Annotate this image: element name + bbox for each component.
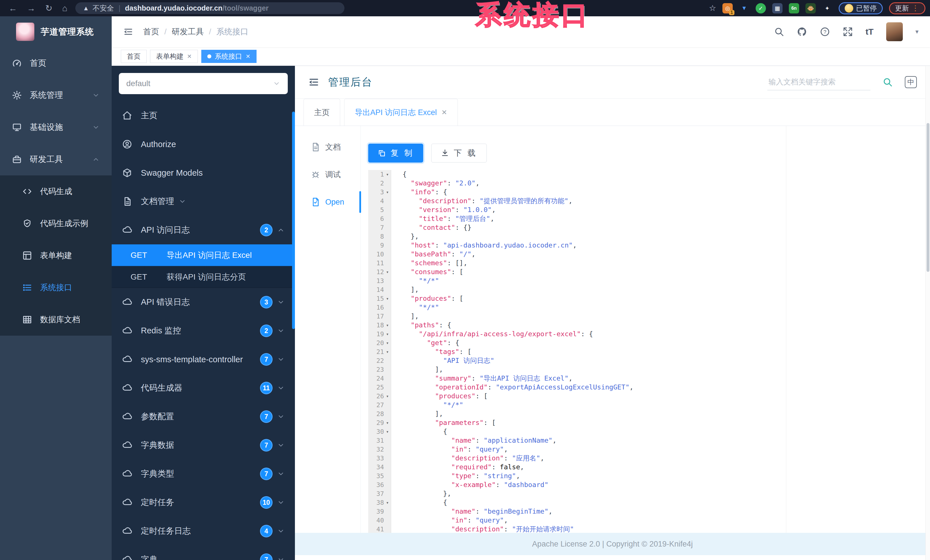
- github-icon[interactable]: [797, 27, 807, 37]
- fold-icon[interactable]: ▾: [384, 321, 391, 330]
- api-panel-item[interactable]: 文档管理: [112, 187, 295, 216]
- browser-extensions: ☆ ◎1 ▼ ✓ ▦ 6n 🐵 ✦ 已暂停 更新 ⋮: [709, 2, 925, 14]
- api-panel-item[interactable]: 字典7: [112, 545, 295, 560]
- extension-star-icon[interactable]: ✦: [822, 3, 832, 14]
- extension-grid-icon[interactable]: ▦: [772, 3, 782, 14]
- download-button[interactable]: 下 载: [431, 144, 487, 163]
- api-panel-item[interactable]: 参数配置7: [112, 402, 295, 431]
- api-panel-item[interactable]: 字典数据7: [112, 431, 295, 460]
- extension-check-icon[interactable]: ✓: [756, 3, 766, 14]
- sidebar-item[interactable]: 首页: [0, 47, 112, 79]
- browser-chrome: ← → ↻ ⌂ ▲ 不安全 | dashboard.yudao.iocoder.…: [0, 0, 930, 16]
- browser-menu-icon[interactable]: ⋮: [912, 4, 919, 12]
- api-panel-item[interactable]: 主页: [112, 101, 295, 130]
- fullscreen-icon[interactable]: [843, 27, 853, 37]
- api-operation[interactable]: GET获得API 访问日志分页: [112, 266, 295, 288]
- api-panel-item[interactable]: sys-sms-template-controller7: [112, 345, 295, 374]
- doc-title: 管理后台: [328, 75, 373, 89]
- fold-icon[interactable]: ▾: [384, 347, 391, 356]
- doc-tab[interactable]: 主页: [303, 99, 340, 126]
- font-size-icon[interactable]: tT: [865, 27, 874, 37]
- scrollbar-thumb[interactable]: [927, 123, 929, 272]
- sidebar-item[interactable]: 基础设施: [0, 111, 112, 143]
- api-panel-item[interactable]: 代码生成器11: [112, 374, 295, 402]
- paused-pill[interactable]: 已暂停: [839, 2, 883, 14]
- doc-side-item[interactable]: 文档: [295, 133, 360, 161]
- home-icon[interactable]: ⌂: [62, 3, 67, 13]
- extension-pin-icon[interactable]: ▼: [739, 3, 749, 14]
- extension-6n-icon[interactable]: 6n: [789, 3, 799, 14]
- api-panel-item[interactable]: 定时任务日志4: [112, 517, 295, 545]
- doc-side-item[interactable]: 调试: [295, 161, 360, 188]
- reload-icon[interactable]: ↻: [45, 3, 52, 13]
- doc-search-input[interactable]: 输入文档关键字搜索: [767, 74, 870, 91]
- bookmark-star-icon[interactable]: ☆: [709, 3, 716, 13]
- language-toggle[interactable]: 中: [905, 76, 917, 88]
- api-panel-item[interactable]: Redis 监控2: [112, 316, 295, 345]
- doc-tab[interactable]: 导出API 访问日志 Excel✕: [344, 99, 458, 126]
- code-editor[interactable]: 1▾{2 "swagger": "2.0",3▾ "info": {4 "des…: [368, 170, 930, 533]
- close-icon[interactable]: ✕: [187, 53, 192, 60]
- fold-icon[interactable]: ▾: [384, 170, 391, 179]
- footer: Apache License 2.0 | Copyright © 2019-Kn…: [295, 533, 930, 555]
- home-icon: [122, 110, 141, 121]
- page-scrollbar[interactable]: [925, 66, 930, 560]
- count-badge: 10: [260, 496, 273, 509]
- address-bar[interactable]: ▲ 不安全 | dashboard.yudao.iocoder.cn /tool…: [75, 2, 345, 14]
- api-panel-item[interactable]: Swagger Models: [112, 158, 295, 187]
- brand[interactable]: 芋道管理系统: [0, 16, 112, 47]
- sidebar-item[interactable]: 数据库文档: [0, 304, 112, 336]
- panel-scrollbar[interactable]: [292, 112, 295, 329]
- update-pill[interactable]: 更新 ⋮: [889, 2, 925, 14]
- extension-puzzle-icon[interactable]: ◎1: [722, 3, 733, 14]
- brand-logo: [16, 23, 34, 41]
- tag-表单构建[interactable]: 表单构建✕: [150, 50, 198, 63]
- api-group-select[interactable]: default: [119, 73, 288, 94]
- fold-icon[interactable]: ▾: [384, 267, 391, 276]
- api-panel-item[interactable]: API 访问日志2: [112, 216, 295, 244]
- api-panel-item[interactable]: Authorize: [112, 130, 295, 158]
- code-line: 3▾ "info": {: [368, 188, 930, 196]
- fold-icon[interactable]: ▾: [384, 330, 391, 339]
- tag-系统接口[interactable]: 系统接口✕: [201, 50, 257, 63]
- fold-icon[interactable]: ▾: [384, 427, 391, 436]
- fold-icon[interactable]: ▾: [384, 339, 391, 347]
- sidebar-item[interactable]: 代码生成: [0, 175, 112, 207]
- sidebar-item[interactable]: 代码生成示例: [0, 207, 112, 239]
- breadcrumb-item[interactable]: 研发工具: [172, 26, 204, 37]
- tag-首页[interactable]: 首页: [121, 50, 146, 63]
- active-dot-icon: [207, 54, 211, 58]
- breadcrumb-item[interactable]: 首页: [143, 26, 159, 37]
- doc-side-item[interactable]: Open: [295, 188, 360, 216]
- api-operation[interactable]: GET导出API 访问日志 Excel: [112, 244, 295, 266]
- collapse-menu-icon[interactable]: [308, 77, 320, 88]
- extension-monkey-icon[interactable]: 🐵: [805, 3, 816, 14]
- line-number: 30▾: [368, 427, 391, 436]
- brand-title: 芋道管理系统: [41, 26, 94, 38]
- copy-button[interactable]: 复 制: [368, 144, 423, 163]
- sidebar-item[interactable]: 研发工具: [0, 143, 112, 175]
- close-icon[interactable]: ✕: [246, 53, 251, 60]
- help-icon[interactable]: ?: [820, 27, 830, 37]
- fold-icon[interactable]: ▾: [384, 418, 391, 427]
- fold-icon[interactable]: ▾: [384, 392, 391, 400]
- chevron-down-icon[interactable]: ▾: [915, 28, 919, 35]
- forward-icon[interactable]: →: [27, 3, 35, 13]
- api-panel-item[interactable]: 字典类型7: [112, 460, 295, 488]
- docmgr-icon: [122, 196, 141, 207]
- search-icon[interactable]: [774, 27, 784, 37]
- back-icon[interactable]: ←: [9, 3, 17, 13]
- sidebar-item[interactable]: 表单构建: [0, 239, 112, 272]
- count-badge: 7: [260, 468, 273, 480]
- close-icon[interactable]: ✕: [442, 109, 447, 117]
- fold-icon[interactable]: ▾: [384, 498, 391, 507]
- avatar[interactable]: [886, 22, 903, 41]
- search-icon[interactable]: [882, 77, 893, 87]
- fold-icon[interactable]: ▾: [384, 188, 391, 196]
- fold-icon[interactable]: ▾: [384, 294, 391, 303]
- sidebar-collapse-icon[interactable]: [123, 27, 134, 37]
- api-panel-item[interactable]: 定时任务10: [112, 488, 295, 517]
- sidebar-item[interactable]: 系统接口: [0, 272, 112, 304]
- sidebar-item[interactable]: 系统管理: [0, 79, 112, 111]
- api-panel-item[interactable]: API 错误日志3: [112, 288, 295, 316]
